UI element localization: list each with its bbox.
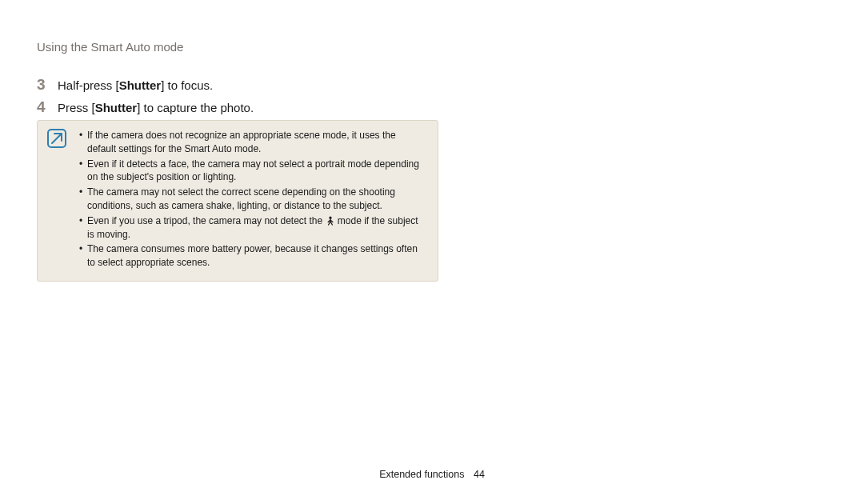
page-number: 44: [474, 469, 485, 480]
step-number: 4: [37, 98, 58, 116]
note-item: The camera consumes more battery power, …: [79, 242, 426, 270]
note-info-icon: [47, 129, 66, 148]
footer-label: Extended functions: [379, 469, 464, 480]
shutter-bold: Shutter: [95, 101, 138, 114]
page-footer: Extended functions 44: [0, 469, 864, 480]
step-text: Half-press [Shutter] to focus.: [58, 77, 213, 95]
steps-list: 3 Half-press [Shutter] to focus. 4 Press…: [37, 76, 437, 120]
section-title: Using the Smart Auto mode: [37, 40, 183, 54]
note-list: If the camera does not recognize an appr…: [79, 129, 426, 270]
note-box: If the camera does not recognize an appr…: [37, 120, 438, 282]
t: Even if you use a tripod, the camera may…: [87, 215, 326, 226]
note-item: If the camera does not recognize an appr…: [79, 129, 426, 156]
step-4: 4 Press [Shutter] to capture the photo.: [37, 98, 437, 118]
t: Press [: [58, 101, 95, 114]
t: ] to focus.: [161, 78, 213, 92]
t: ] to capture the photo.: [137, 101, 254, 114]
step-3: 3 Half-press [Shutter] to focus.: [37, 76, 437, 95]
note-item: Even if you use a tripod, the camera may…: [79, 214, 426, 242]
step-number: 3: [37, 76, 58, 94]
tripod-person-icon: [326, 216, 335, 226]
step-text: Press [Shutter] to capture the photo.: [58, 99, 254, 118]
shutter-bold: Shutter: [119, 78, 162, 92]
note-item: The camera may not select the correct sc…: [79, 186, 426, 213]
note-item: Even if it detects a face, the camera ma…: [79, 158, 426, 185]
t: Half-press [: [58, 78, 119, 92]
